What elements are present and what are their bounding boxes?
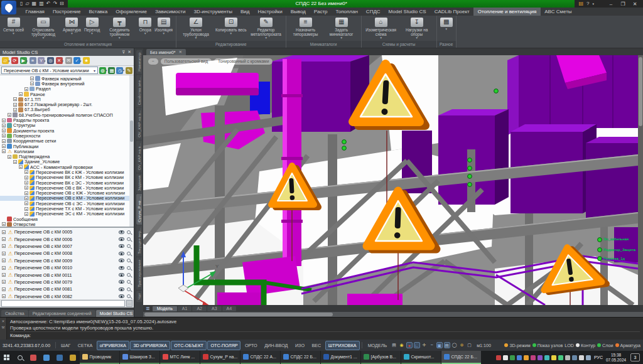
- viewport-vertical-scrollbar[interactable]: [638, 55, 643, 305]
- zoom-to-icon[interactable]: [127, 287, 131, 291]
- panel-search-input[interactable]: [1, 300, 125, 307]
- tree-item[interactable]: +Пересечение ОВ с КЖ - Условие коллизии: [0, 191, 129, 196]
- ribbon-tab-Вид[interactable]: Вид: [236, 8, 253, 16]
- layout-tab-Модель[interactable]: Модель: [153, 306, 177, 311]
- zoom-to-icon[interactable]: [127, 259, 131, 262]
- tree-item[interactable]: +Отверстие: [0, 222, 129, 227]
- chrome-app[interactable]: [40, 351, 53, 364]
- command-wrench-icon[interactable]: ⚒: [1, 325, 4, 329]
- layout-tab-А2[interactable]: А2: [192, 306, 207, 311]
- tree-item[interactable]: +Разное: [0, 92, 129, 97]
- tree-expander-icon[interactable]: +: [2, 119, 6, 122]
- tree-item[interactable]: +АСС - Комментарий проверки: [0, 164, 129, 169]
- binoculars-button[interactable]: ◎: [47, 57, 54, 64]
- tree-item[interactable]: +Фахверк наружный: [0, 76, 129, 81]
- support-button[interactable]: ⊓Опора▼: [138, 17, 153, 41]
- viewport-control[interactable]: Тонированный с кромками: [214, 58, 273, 65]
- zoom-to-icon[interactable]: [127, 237, 131, 241]
- tree-expander-icon[interactable]: +: [24, 176, 28, 179]
- taskbar-window-button[interactable]: Скриншот...: [401, 351, 441, 364]
- side-tab[interactable]: Чат: [136, 291, 142, 302]
- list-expander-icon[interactable]: +: [2, 287, 6, 291]
- tree-expander-icon[interactable]: +: [13, 160, 17, 164]
- status-item-Показ узлов[interactable]: Показ узлов: [532, 343, 563, 348]
- drawing-tab-close-icon[interactable]: ✕: [179, 50, 182, 55]
- list-expander-icon[interactable]: +: [2, 273, 6, 277]
- visibility-eye-icon[interactable]: [119, 237, 124, 241]
- list-expander-icon[interactable]: +: [2, 280, 6, 284]
- visibility-eye-icon[interactable]: [119, 244, 124, 248]
- tree-item[interactable]: +Разделы проекта: [0, 117, 129, 122]
- list-expander-icon[interactable]: +: [2, 252, 6, 255]
- status-item-Слои[interactable]: Слои: [597, 343, 613, 348]
- status-item-3D-режим[interactable]: 3D-режим: [504, 343, 530, 348]
- tree-expander-icon[interactable]: +: [2, 149, 6, 153]
- tree-item[interactable]: +Пересечение ОВ с ВК - Условие коллизии: [0, 185, 129, 190]
- collision-list-item[interactable]: +⚠Пересечение ОВ с КМ 0081: [0, 286, 134, 292]
- pan-hand-icon[interactable]: ✛: [421, 342, 428, 348]
- status-toggle-ШТРИХОВКА[interactable]: ШТРИХОВКА: [325, 341, 360, 350]
- tree-expander-icon[interactable]: +: [24, 170, 28, 174]
- zoom-to-icon[interactable]: [127, 294, 131, 298]
- layout-tab-А1[interactable]: А1: [178, 306, 192, 311]
- collision-list-item[interactable]: +⚠Пересечение ОВ с КМ 0010: [0, 264, 134, 271]
- save-icon[interactable]: ▦: [32, 1, 37, 7]
- tree-item[interactable]: +Фахверк внутренний: [0, 81, 129, 86]
- panel-close-icon[interactable]: ✕: [127, 50, 131, 55]
- list-expander-icon[interactable]: +: [2, 266, 6, 270]
- tree-scrollbar[interactable]: [129, 75, 134, 227]
- list-expander-icon[interactable]: +: [2, 237, 6, 241]
- globe-green-button[interactable]: ◍▾: [99, 67, 107, 74]
- tree-item[interactable]: Сообщения: [0, 217, 129, 222]
- command-prompt[interactable]: Команда:: [10, 331, 640, 339]
- tree-scrollbar-thumb[interactable]: [130, 120, 133, 142]
- taskbar-window-button[interactable]: Шакиров З...: [120, 351, 159, 364]
- zoom-window-icon[interactable]: ▣: [436, 342, 443, 348]
- status-toggle-3D оПРИВЯЗКА[interactable]: 3D оПРИВЯЗКА: [130, 341, 170, 350]
- support-loads-button[interactable]: ↧Нагрузки на опоры▼: [399, 17, 435, 41]
- side-tab[interactable]: Сухум_Р на ...: [136, 194, 142, 225]
- sort-list-button[interactable]: ≡: [30, 57, 36, 64]
- list-expander-icon[interactable]: +: [2, 294, 6, 298]
- language-indicator[interactable]: РУС: [594, 355, 603, 360]
- tree-expander-icon[interactable]: +: [13, 97, 17, 101]
- status-item-Контур[interactable]: Контур: [576, 343, 595, 348]
- collision-filter-combobox[interactable]: Пересечение ОВ с КМ - Условие коллизии ▾: [1, 67, 98, 74]
- ribbon-tab-Зависимости[interactable]: Зависимости: [151, 8, 190, 16]
- misc-tool-button[interactable]: ▩▼: [439, 17, 454, 41]
- screen-icon[interactable]: ▢: [467, 342, 473, 348]
- calculator-app[interactable]: [53, 351, 66, 364]
- export-table-button[interactable]: ▦: [108, 67, 115, 74]
- ribbon-tab-Оформление[interactable]: Оформление: [112, 8, 151, 16]
- zoom-previous-icon[interactable]: ▤: [444, 342, 450, 348]
- list-expander-icon[interactable]: +: [2, 230, 6, 234]
- notification-center-button[interactable]: 3: [630, 353, 640, 361]
- ribbon-tab-СПДС[interactable]: СПДС: [362, 8, 384, 16]
- tray-icon[interactable]: [503, 355, 508, 360]
- status-toggle-ОРТО[interactable]: ОРТО: [242, 341, 261, 350]
- tree-item[interactable]: +67.3.Выгреб: [0, 107, 129, 112]
- collision-list-item[interactable]: +⚠Пересечение ОВ с КМ 0079: [0, 279, 134, 286]
- annotation-scale-button[interactable]: м1:100: [473, 341, 494, 350]
- tree-expander-icon[interactable]: +: [24, 196, 28, 200]
- tree-expander-icon[interactable]: +: [19, 165, 23, 169]
- ribbon-tab-Растр[interactable]: Растр: [310, 8, 332, 16]
- undo-icon[interactable]: ↶: [46, 1, 51, 7]
- ribbon-tab-CADLib Проект[interactable]: CADLib Проект: [430, 8, 473, 16]
- tree-expander-icon[interactable]: +: [24, 186, 28, 190]
- grid-app[interactable]: [66, 351, 79, 364]
- tree-item[interactable]: +Пересечение ВК с КЖ - Условие коллизии: [0, 169, 129, 174]
- tree-item[interactable]: +Раздел: [0, 87, 129, 92]
- panel-tab-Редактирование соединений[interactable]: Редактирование соединений: [29, 310, 95, 318]
- start-button[interactable]: [0, 351, 13, 364]
- side-tab[interactable]: OV_КАР на в...: [136, 141, 142, 173]
- edit-pencil-button[interactable]: ✎: [126, 67, 132, 74]
- model-space-button[interactable]: МОДЕЛЬ: [365, 341, 391, 350]
- status-item-LOD[interactable]: LOD: [565, 343, 574, 348]
- visibility-eye-icon[interactable]: [119, 252, 124, 255]
- tree-item[interactable]: +Подтверждена: [0, 154, 129, 159]
- tree-expander-icon[interactable]: +: [30, 77, 34, 80]
- zoom-realtime-icon[interactable]: −: [429, 342, 435, 348]
- tree-item[interactable]: +Пересечение ТХ с КМ - Условие коллизии: [0, 206, 129, 211]
- tray-icon[interactable]: [538, 355, 543, 360]
